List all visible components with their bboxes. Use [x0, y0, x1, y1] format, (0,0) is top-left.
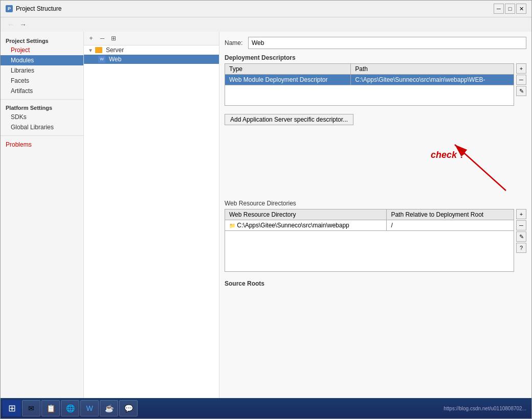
- taskbar-app-2[interactable]: 📋: [41, 400, 60, 416]
- windows-icon: ⊞: [8, 403, 16, 414]
- table-row[interactable]: 📁 C:\Apps\Gitee\Sunneco\src\main\webapp …: [225, 220, 514, 231]
- project-structure-window: P Project Structure ─ □ ✕ ← → Project Se…: [0, 0, 532, 419]
- add-module-button[interactable]: +: [86, 33, 96, 43]
- folder-icon: [95, 47, 102, 53]
- cell-wr-directory: 📁 C:\Apps\Gitee\Sunneco\src\main\webapp: [225, 220, 387, 231]
- title-bar: P Project Structure ─ □ ✕: [1, 1, 531, 17]
- sidebar-item-modules[interactable]: Modules: [1, 55, 83, 65]
- deployment-table-container: Type Path Web Module Deployment Descript…: [225, 63, 526, 110]
- sidebar-item-libraries[interactable]: Libraries: [1, 65, 83, 76]
- project-settings-header: Project Settings: [1, 36, 83, 45]
- taskbar-app-3[interactable]: 🌐: [61, 400, 79, 416]
- taskbar-icon-4: W: [86, 404, 93, 412]
- close-button[interactable]: ✕: [516, 4, 526, 14]
- main-content: Project Settings Project Modules Librari…: [1, 32, 531, 410]
- taskbar-app-4[interactable]: W: [80, 400, 99, 416]
- remove-descriptor-button[interactable]: ─: [516, 75, 526, 85]
- col-wr-path: Path Relative to Deployment Root: [387, 210, 514, 220]
- tree-panel: + ─ ⊞ ▼ Server W Web: [84, 32, 219, 410]
- taskbar: ⊞ ✉ 📋 🌐 W ☕ 💬 https://blog.csdn.net/u011…: [1, 398, 531, 418]
- deployment-table-wrapper: Type Path Web Module Deployment Descript…: [225, 63, 514, 110]
- sidebar: Project Settings Project Modules Librari…: [1, 32, 84, 410]
- source-roots-title: Source Roots: [225, 280, 526, 287]
- sidebar-item-facets[interactable]: Facets: [1, 76, 83, 86]
- tree-node-server[interactable]: ▼ Server: [84, 45, 219, 55]
- remove-module-button[interactable]: ─: [97, 33, 107, 43]
- taskbar-icon-6: 💬: [124, 404, 133, 412]
- name-input[interactable]: [248, 37, 526, 49]
- name-label: Name:: [225, 39, 245, 46]
- annotation-arrow: [424, 134, 526, 196]
- add-server-desc-row: Add Application Server specific descript…: [225, 114, 526, 130]
- copy-module-button[interactable]: ⊞: [108, 33, 119, 43]
- taskbar-app-6[interactable]: 💬: [119, 400, 138, 416]
- sidebar-item-sdks[interactable]: SDKs: [1, 112, 83, 122]
- minimize-button[interactable]: ─: [494, 4, 504, 14]
- right-panel: Name: Deployment Descriptors Type Path: [219, 32, 531, 410]
- start-button[interactable]: ⊞: [3, 400, 21, 416]
- col-type: Type: [225, 64, 351, 75]
- annotation-text: check ?: [431, 150, 465, 160]
- col-path: Path: [351, 64, 514, 75]
- title-bar-left: P Project Structure: [6, 5, 61, 12]
- add-server-desc-button[interactable]: Add Application Server specific descript…: [225, 114, 353, 125]
- deployment-table: Type Path Web Module Deployment Descript…: [225, 63, 514, 106]
- web-resource-title: Web Resource Directories: [225, 200, 526, 207]
- taskbar-app-5[interactable]: ☕: [100, 400, 118, 416]
- sidebar-divider: [1, 99, 83, 100]
- web-node-label: Web: [107, 56, 121, 63]
- taskbar-icon-5: ☕: [105, 404, 114, 412]
- maximize-button[interactable]: □: [505, 4, 515, 14]
- tree-toolbar: + ─ ⊞: [84, 32, 219, 45]
- forward-button[interactable]: →: [18, 19, 28, 30]
- table-row[interactable]: Web Module Deployment Descriptor C:\Apps…: [225, 75, 514, 85]
- tree-node-web[interactable]: W Web: [84, 55, 219, 64]
- sidebar-item-global-libraries[interactable]: Global Libraries: [1, 122, 83, 132]
- platform-settings-header: Platform Settings: [1, 103, 83, 112]
- back-button[interactable]: ←: [6, 19, 16, 30]
- deployment-section-title: Deployment Descriptors: [225, 54, 526, 61]
- web-resource-side-buttons: + ─ ✎ ?: [514, 209, 526, 276]
- add-wr-button[interactable]: +: [516, 209, 526, 219]
- web-resource-table: Web Resource Directory Path Relative to …: [225, 209, 514, 272]
- taskbar-url-hint: https://blog.csdn.net/u0110808702...: [444, 406, 526, 411]
- edit-wr-button[interactable]: ✎: [516, 231, 526, 242]
- taskbar-icon-3: 🌐: [66, 404, 75, 412]
- web-resource-table-wrapper: Web Resource Directory Path Relative to …: [225, 209, 514, 276]
- window-title: Project Structure: [16, 5, 61, 12]
- taskbar-app-1[interactable]: ✉: [22, 400, 40, 416]
- taskbar-icon-1: ✉: [28, 404, 34, 412]
- app-icon: P: [6, 5, 13, 12]
- add-descriptor-button[interactable]: +: [516, 63, 526, 74]
- table-empty-row-2: [225, 231, 514, 272]
- cell-path: C:\Apps\Gitee\Sunneco\src\main\webapp\WE…: [351, 75, 514, 85]
- expand-icon: ▼: [88, 48, 93, 53]
- deployment-side-buttons: + ─ ✎: [514, 63, 526, 110]
- nav-bar: ← →: [1, 17, 531, 32]
- edit-descriptor-button[interactable]: ✎: [516, 86, 526, 96]
- sidebar-item-problems[interactable]: Problems: [1, 139, 83, 150]
- sidebar-item-artifacts[interactable]: Artifacts: [1, 86, 83, 96]
- module-icon: W: [98, 56, 105, 63]
- sidebar-divider-2: [1, 135, 83, 136]
- help-wr-button[interactable]: ?: [516, 243, 526, 253]
- cell-type: Web Module Deployment Descriptor: [225, 75, 351, 85]
- web-resource-section: Web Resource Directories Web Resource Di…: [225, 200, 526, 276]
- taskbar-time: https://blog.csdn.net/u0110808702...: [444, 406, 529, 411]
- table-empty-row: [225, 85, 514, 106]
- cell-wr-path: /: [387, 220, 514, 231]
- web-resource-table-container: Web Resource Directory Path Relative to …: [225, 209, 526, 276]
- annotation-area: check ?: [225, 134, 526, 196]
- name-row: Name:: [225, 37, 526, 49]
- taskbar-icon-2: 📋: [47, 404, 55, 412]
- server-node-label: Server: [104, 46, 124, 54]
- sidebar-item-project[interactable]: Project: [1, 45, 83, 55]
- col-wr-directory: Web Resource Directory: [225, 210, 387, 220]
- remove-wr-button[interactable]: ─: [516, 220, 526, 230]
- title-bar-buttons: ─ □ ✕: [494, 4, 526, 14]
